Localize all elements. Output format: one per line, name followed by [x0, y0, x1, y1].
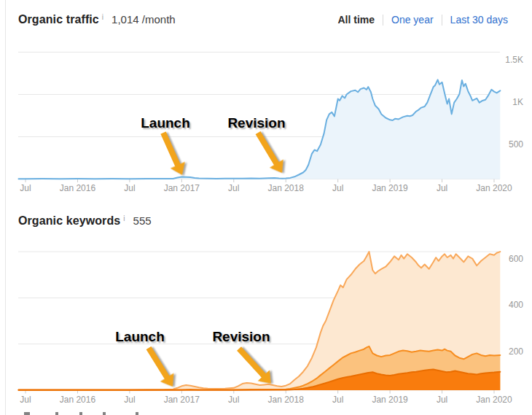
x-axis-label: Jul: [437, 395, 447, 405]
time-range-option-one-year[interactable]: One year: [391, 14, 434, 26]
x-axis-label: Jul: [228, 395, 239, 405]
organic-keywords-title: Organic keywords: [18, 214, 120, 228]
y-axis-label: 400: [509, 300, 523, 310]
y-axis-label: 200: [509, 346, 523, 357]
x-axis-label: Jan 2019: [372, 395, 408, 405]
x-axis-label: Jan 2016: [60, 395, 96, 405]
y-axis-label: 500: [509, 139, 523, 150]
time-range-separator: [442, 15, 442, 26]
analytics-panel: Organic traffic i 1,014 /month All timeO…: [0, 0, 532, 415]
x-axis-label: Jul: [20, 183, 31, 193]
time-range-option-last-30-days[interactable]: Last 30 days: [450, 14, 508, 26]
annotation-label-revision: Revision: [212, 329, 270, 344]
y-axis-label: 1K: [512, 97, 523, 107]
arrow-shape: [142, 344, 180, 391]
x-axis-label: Jul: [124, 395, 135, 405]
time-range-option-all-time[interactable]: All time: [337, 14, 375, 26]
clipped-mark: [24, 412, 30, 415]
info-icon[interactable]: i: [102, 13, 103, 21]
clipped-mark: [55, 412, 58, 415]
organic-traffic-title: Organic traffic: [18, 13, 99, 26]
x-axis-label: Jul: [228, 183, 239, 193]
x-axis-label: Jul: [437, 183, 447, 193]
annotation-arrow-launch: [142, 344, 180, 391]
annotation-label-revision: Revision: [227, 115, 285, 131]
organic-traffic-chart[interactable]: 5001K1.5KJulJan 2016JulJan 2017JulJan 20…: [0, 44, 532, 195]
x-axis-label: Jul: [20, 395, 31, 405]
clipped-mark: [136, 412, 138, 415]
annotation-label-launch: Launch: [141, 115, 190, 131]
y-axis-label: 600: [509, 254, 523, 264]
x-axis-label: Jan 2017: [164, 183, 200, 193]
arrow-shape: [251, 128, 289, 177]
clipped-mark: [103, 412, 106, 415]
organic-traffic-header: Organic traffic i 1,014 /month All timeO…: [18, 13, 508, 26]
annotation-arrow-revision: [251, 128, 289, 177]
arrow-shape: [233, 344, 277, 389]
time-range-separator: [383, 15, 383, 26]
x-axis-label: Jan 2020: [476, 183, 512, 193]
time-range-tabs: All timeOne yearLast 30 days: [337, 14, 508, 26]
x-axis-label: Jan 2019: [372, 183, 408, 193]
x-axis-label: Jan 2016: [60, 183, 96, 193]
x-axis-label: Jan 2020: [476, 395, 512, 405]
x-axis-label: Jul: [332, 183, 343, 193]
info-icon[interactable]: i: [123, 214, 125, 222]
x-axis-label: Jan 2018: [268, 183, 305, 193]
organic-keywords-header: Organic keywords i 555: [18, 214, 508, 228]
x-axis-label: Jan 2018: [268, 395, 305, 405]
organic-keywords-chart[interactable]: 200400600JulJan 2016JulJan 2017JulJan 20…: [0, 241, 532, 415]
y-axis-label: 1.5K: [505, 55, 523, 65]
organic-keywords-value: 555: [133, 214, 152, 227]
annotation-label-launch: Launch: [115, 329, 165, 344]
annotation-arrow-revision: [233, 344, 277, 389]
x-axis-label: Jul: [332, 395, 343, 405]
x-axis-label: Jul: [124, 183, 135, 193]
organic-traffic-value: 1,014 /month: [112, 13, 176, 26]
clipped-mark: [79, 412, 82, 415]
x-axis-label: Jan 2017: [164, 395, 200, 405]
